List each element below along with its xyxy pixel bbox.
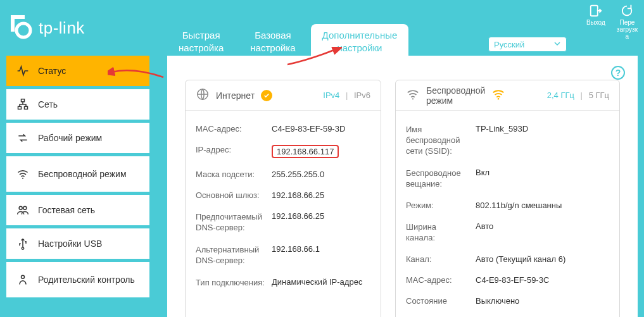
card-internet: Интернет IPv4 | IPv6 MAC-адрес:C4-E9-83-… <box>185 80 381 317</box>
card-title: Интернет <box>216 90 255 101</box>
svg-rect-6 <box>25 106 28 109</box>
svg-point-9 <box>23 206 27 209</box>
sidebar-item-usb[interactable]: Настройки USB <box>6 228 149 259</box>
sidebar-item-label: Родительский контроль <box>38 275 135 285</box>
wifi-icon <box>16 168 29 180</box>
sidebar-item-label: Гостевая сеть <box>38 205 95 215</box>
language-select[interactable]: Русский <box>488 37 567 52</box>
wifi-icon <box>406 87 420 103</box>
activity-icon <box>16 65 29 77</box>
reload-icon <box>620 4 634 18</box>
logo: tp-link <box>9 15 85 40</box>
svg-point-11 <box>22 275 25 278</box>
svg-point-14 <box>498 98 500 100</box>
sidebar-item-wireless[interactable]: Беспроводной режим <box>6 156 149 192</box>
sidebar-item-label: Сеть <box>38 99 58 109</box>
mode-icon <box>16 132 29 144</box>
sidebar-item-label: Статус <box>38 66 66 76</box>
sidebar-item-label: Рабочий режим <box>38 133 102 143</box>
globe-icon <box>196 87 210 103</box>
sidebar-item-label: Беспроводной режим <box>38 169 127 180</box>
usb-icon <box>16 237 29 250</box>
band-5-toggle[interactable]: 5 ГГц <box>589 90 609 100</box>
logout-icon <box>589 4 603 18</box>
svg-point-10 <box>22 247 23 249</box>
svg-rect-4 <box>22 99 25 102</box>
wifi-signal-icon <box>491 87 505 103</box>
parental-icon <box>16 273 29 286</box>
sidebar-item-parental[interactable]: Родительский контроль <box>6 262 149 297</box>
sidebar-item-label: Настройки USB <box>38 239 102 249</box>
network-icon <box>16 98 29 111</box>
logo-mark-icon <box>9 15 35 40</box>
sidebar-item-guest-network[interactable]: Гостевая сеть <box>6 195 149 225</box>
band-24-toggle[interactable]: 2,4 ГГц <box>547 90 574 100</box>
language-label: Русский <box>494 40 524 49</box>
sidebar-item-network[interactable]: Сеть <box>6 89 149 120</box>
svg-point-8 <box>19 206 22 209</box>
guest-icon <box>16 204 29 216</box>
tab-basic[interactable]: Базовая настройка <box>239 24 306 56</box>
svg-rect-2 <box>11 15 25 19</box>
svg-rect-5 <box>18 106 22 109</box>
svg-point-13 <box>412 98 414 99</box>
logo-text: tp-link <box>39 18 85 38</box>
logout-button[interactable]: Выход <box>586 4 605 26</box>
sidebar-item-status[interactable]: Статус <box>6 56 149 86</box>
svg-rect-3 <box>591 6 598 16</box>
card-title: Беспроводнойрежим <box>426 85 485 106</box>
reload-button[interactable]: Пере загрузк а <box>617 4 638 40</box>
chevron-down-icon <box>553 40 561 49</box>
tab-quick-setup[interactable]: Быстрая настройка <box>167 24 235 56</box>
svg-point-0 <box>16 23 30 37</box>
status-ok-icon <box>261 90 272 101</box>
card-wireless: Беспроводнойрежим 2,4 ГГц | 5 ГГц Имябес… <box>395 80 620 317</box>
sidebar-item-operating-mode[interactable]: Рабочий режим <box>6 123 149 153</box>
svg-point-7 <box>22 178 23 179</box>
ipv4-toggle[interactable]: IPv4 <box>323 90 339 100</box>
ipv6-toggle[interactable]: IPv6 <box>354 90 370 100</box>
ip-address-value: 192.168.66.117 <box>272 145 339 158</box>
help-button[interactable]: ? <box>611 66 625 80</box>
tab-advanced[interactable]: Дополнительные настройки <box>311 24 409 56</box>
